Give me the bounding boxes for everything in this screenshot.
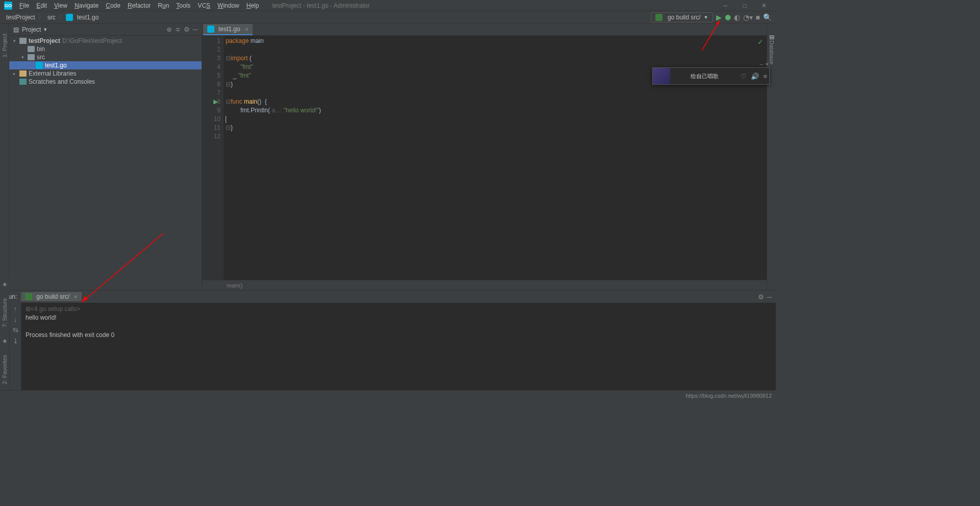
chevron-down-icon: ▼ [704,15,708,20]
up-icon[interactable]: ↑ [14,305,17,312]
heart-icon[interactable]: ♡ [741,73,747,80]
editor-area: test1.go ✕ 1234567 ▶8 9101112 package ma… [202,23,767,290]
chevron-down-icon[interactable]: ▼ [43,27,47,32]
minimize-button[interactable]: ─ [718,2,733,9]
console-exit-line: Process finished with exit code 0 [26,331,772,340]
song-title: 给自己唱歌 [670,73,739,80]
scroll-icon[interactable]: ⤓ [13,337,18,345]
run-gutter-mid: ↑ ↓ ⇆ ⤓ [9,303,21,390]
folder-icon: ▤ [13,26,19,33]
console-output[interactable]: ⊞<4 go setup calls> hello world! Process… [21,303,776,390]
playlist-icon[interactable]: ≡ [763,73,767,80]
target-icon[interactable]: ⊕ [166,26,172,33]
project-panel-title: Project [22,26,41,33]
main-menu: File Edit View Navigate Code Refactor Ru… [16,1,262,10]
nav-bar: testProject 〉 src 〉 test1.go go build sr… [0,11,776,23]
hide-icon[interactable]: ─ [193,26,198,33]
tool-tab-database[interactable]: Database [769,40,775,64]
mini-close-icon[interactable]: ✕ [765,62,769,67]
watermark-text: https://blog.csdn.net/wyll19980812 [685,393,772,399]
maximize-button[interactable]: □ [737,2,752,9]
debug-button[interactable]: ⬢ [725,13,731,21]
console-setup-line: <4 go setup calls> [31,305,80,312]
editor-gutter[interactable]: 1234567 ▶8 9101112 [202,36,224,280]
expand-arrow-icon[interactable]: ▸ [13,71,19,76]
star-icon: ★ [2,281,8,288]
run-button[interactable]: ▶ [716,13,722,21]
volume-icon[interactable]: 🔊 [751,73,759,80]
library-icon [19,70,27,77]
menu-window[interactable]: Window [214,1,242,10]
scratches-icon [19,79,27,85]
run-tab[interactable]: go build src/ ✕ [21,292,82,301]
run-config-selector[interactable]: go build src/ ▼ [651,12,713,22]
menu-code[interactable]: Code [103,1,124,10]
run-config-label: go build src/ [668,14,701,21]
caret [226,116,226,123]
menu-run[interactable]: Run [155,1,172,10]
tool-tab-structure[interactable]: 7: Structure [2,298,8,327]
hide-icon[interactable]: ─ [767,293,772,301]
search-button[interactable]: 🔍 [763,13,772,21]
breadcrumb-sep: 〉 [59,13,65,21]
app-logo-icon: GO [4,2,12,10]
run-panel-header: Run: go build src/ ✕ ⚙ ─ [0,291,776,303]
tool-tab-project[interactable]: 1: Project [2,34,8,57]
breadcrumb-root[interactable]: testProject [4,13,37,22]
menu-view[interactable]: View [51,1,70,10]
wrap-icon[interactable]: ⇆ [13,326,18,334]
toolbar-right: go build src/ ▼ ▶ ⬢ ◐ ◔▾ ■ 🔍 [651,12,772,22]
down-icon[interactable]: ↓ [14,316,17,323]
expand-arrow-icon[interactable]: ▾ [13,38,19,43]
menu-help[interactable]: Help [243,1,262,10]
tree-file-label: test1.go [45,62,67,69]
tree-src[interactable]: ▾ src [9,53,202,61]
status-bar: https://blog.csdn.net/wyll19980812 [0,390,776,400]
breadcrumb-file[interactable]: test1.go [75,13,101,22]
menu-navigate[interactable]: Navigate [71,1,102,10]
tree-file-test1[interactable]: test1.go [9,61,202,69]
album-art [653,68,670,84]
gutter-run-icon[interactable]: ▶ [213,98,218,106]
gear-icon[interactable]: ⚙ [758,293,764,301]
go-file-icon [207,26,214,33]
collapse-icon[interactable]: ≑ [175,26,181,33]
mini-minimize-icon[interactable]: ─ [760,62,763,67]
tree-bin[interactable]: bin [9,45,202,53]
tool-tab-favorites[interactable]: 2: Favorites [2,355,8,384]
editor-breadcrumb[interactable]: main() [202,280,767,290]
inspection-ok-icon[interactable]: ✓ [757,38,764,46]
menu-edit[interactable]: Edit [33,1,50,10]
close-button[interactable]: ✕ [756,2,772,9]
tree-scratches-label: Scratches and Consoles [29,78,95,85]
menu-vcs[interactable]: VCS [194,1,213,10]
star-icon: ★ [2,338,8,345]
project-tree[interactable]: ▾ testProject D:\GoFiles\testProject bin… [9,36,202,290]
run-tool-window: Run: go build src/ ✕ ⚙ ─ ▶ ■ ▤ 📌 🖶 🗑 ↑ ↓… [0,290,776,390]
gear-icon[interactable]: ⚙ [184,26,190,33]
coverage-button[interactable]: ◐ [734,13,740,21]
tree-root-path: D:\GoFiles\testProject [62,37,122,44]
menu-refactor[interactable]: Refactor [125,1,154,10]
tree-scratches[interactable]: Scratches and Consoles [9,78,202,86]
go-file-icon [25,293,32,300]
breadcrumb-src[interactable]: src [45,13,58,22]
run-tab-label: go build src/ [36,293,69,300]
media-player-widget[interactable]: ─ ✕ 给自己唱歌 ♡ 🔊 ≡ [652,67,770,85]
tree-ext-libs-label: External Libraries [29,70,76,77]
menu-file[interactable]: File [16,1,32,10]
tree-root[interactable]: ▾ testProject D:\GoFiles\testProject [9,37,202,45]
editor-tab-test1[interactable]: test1.go ✕ [203,24,253,35]
tree-bin-label: bin [37,45,45,53]
expand-arrow-icon[interactable]: ▾ [21,55,28,60]
tree-ext-libs[interactable]: ▸ External Libraries [9,69,202,78]
close-tab-icon[interactable]: ✕ [74,294,78,300]
run-body: ▶ ■ ▤ 📌 🖶 🗑 ↑ ↓ ⇆ ⤓ ⊞<4 go setup calls> … [0,303,776,390]
folder-icon [19,38,27,44]
tree-src-label: src [37,54,45,61]
stop-button[interactable]: ■ [756,13,760,21]
menu-tools[interactable]: Tools [173,1,193,10]
profile-button[interactable]: ◔▾ [743,13,753,21]
close-tab-icon[interactable]: ✕ [244,27,249,32]
database-strip-icon[interactable]: ▤ [769,34,774,40]
